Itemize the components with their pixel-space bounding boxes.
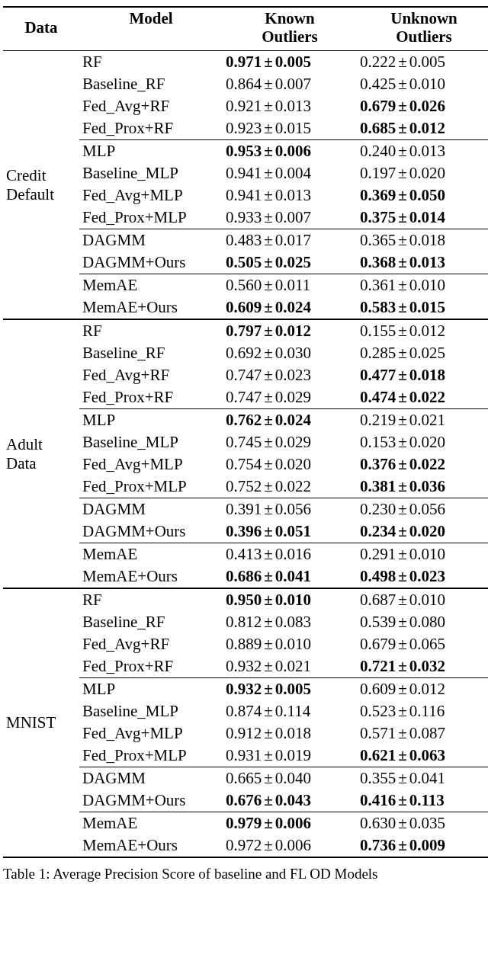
col-header-known-l1: Known	[265, 9, 314, 27]
unknown-outliers-value: 0.571±0.087	[357, 722, 488, 745]
value-cell: 0.692±0.030	[226, 344, 311, 362]
model-name: Fed_Avg+RF	[79, 95, 223, 117]
known-outliers-value: 0.912±0.018	[223, 722, 357, 745]
value-cell: 0.686±0.041	[226, 567, 311, 585]
known-outliers-value: 0.686±0.041	[223, 565, 357, 588]
value-cell: 0.932±0.005	[226, 680, 311, 698]
unknown-outliers-value: 0.285±0.025	[357, 342, 488, 364]
value-cell: 0.912±0.018	[226, 724, 311, 742]
value-cell: 0.219±0.021	[360, 411, 445, 429]
value-cell: 0.721±0.032	[360, 657, 445, 675]
known-outliers-value: 0.797±0.012	[223, 319, 357, 342]
value-cell: 0.889±0.010	[226, 635, 311, 653]
value-cell: 0.498±0.023	[360, 567, 445, 585]
unknown-outliers-value: 0.381±0.036	[357, 476, 488, 498]
known-outliers-value: 0.931±0.019	[223, 745, 357, 767]
model-name: RF	[79, 588, 223, 611]
unknown-outliers-value: 0.679±0.065	[357, 633, 488, 655]
unknown-outliers-value: 0.375±0.014	[357, 207, 488, 229]
value-cell: 0.953±0.006	[226, 142, 311, 160]
unknown-outliers-value: 0.155±0.012	[357, 319, 488, 342]
model-name: RF	[79, 51, 223, 74]
known-outliers-value: 0.972±0.006	[223, 834, 357, 857]
model-name: RF	[79, 319, 223, 342]
unknown-outliers-value: 0.609±0.012	[357, 678, 488, 701]
value-cell: 0.630±0.035	[360, 814, 445, 832]
known-outliers-value: 0.932±0.021	[223, 655, 357, 678]
unknown-outliers-value: 0.234±0.020	[357, 520, 488, 543]
unknown-outliers-value: 0.361±0.010	[357, 274, 488, 297]
value-cell: 0.747±0.029	[226, 388, 311, 406]
unknown-outliers-value: 0.477±0.018	[357, 364, 488, 386]
model-name: Fed_Prox+RF	[79, 386, 223, 409]
value-cell: 0.474±0.022	[360, 388, 445, 406]
value-cell: 0.676±0.043	[226, 791, 311, 809]
value-cell: 0.355±0.041	[360, 769, 445, 787]
unknown-outliers-value: 0.222±0.005	[357, 51, 488, 74]
unknown-outliers-value: 0.230±0.056	[357, 498, 488, 521]
unknown-outliers-value: 0.291±0.010	[357, 543, 488, 566]
known-outliers-value: 0.692±0.030	[223, 342, 357, 364]
known-outliers-value: 0.483±0.017	[223, 229, 357, 252]
value-cell: 0.240±0.013	[360, 142, 445, 160]
unknown-outliers-value: 0.539±0.080	[357, 611, 488, 633]
known-outliers-value: 0.950±0.010	[223, 588, 357, 611]
known-outliers-value: 0.953±0.006	[223, 140, 357, 163]
value-cell: 0.797±0.012	[226, 322, 311, 340]
unknown-outliers-value: 0.416±0.113	[357, 789, 488, 812]
col-header-data: Data	[3, 7, 79, 51]
model-name: Fed_Avg+RF	[79, 633, 223, 655]
model-name: Fed_Prox+MLP	[79, 476, 223, 498]
value-cell: 0.665±0.040	[226, 769, 311, 787]
value-cell: 0.571±0.087	[360, 724, 445, 742]
unknown-outliers-value: 0.240±0.013	[357, 140, 488, 163]
value-cell: 0.222±0.005	[360, 53, 445, 71]
value-cell: 0.483±0.017	[226, 231, 311, 249]
unknown-outliers-value: 0.474±0.022	[357, 386, 488, 409]
known-outliers-value: 0.391±0.056	[223, 498, 357, 521]
table-row: MNISTRF0.950±0.0100.687±0.010	[3, 588, 488, 611]
model-name: Baseline_MLP	[79, 431, 223, 453]
known-outliers-value: 0.889±0.010	[223, 633, 357, 655]
model-name: MemAE+Ours	[79, 296, 223, 319]
unknown-outliers-value: 0.679±0.026	[357, 95, 488, 117]
model-name: Fed_Prox+MLP	[79, 745, 223, 767]
value-cell: 0.679±0.026	[360, 97, 445, 115]
model-name: MLP	[79, 678, 223, 701]
unknown-outliers-value: 0.523±0.116	[357, 700, 488, 722]
unknown-outliers-value: 0.685±0.012	[357, 117, 488, 140]
known-outliers-value: 0.864±0.007	[223, 73, 357, 95]
model-name: MemAE	[79, 543, 223, 566]
known-outliers-value: 0.747±0.029	[223, 386, 357, 409]
unknown-outliers-value: 0.498±0.023	[357, 565, 488, 588]
value-cell: 0.381±0.036	[360, 477, 445, 495]
col-header-unknown-l1: Unknown	[390, 9, 458, 27]
model-name: DAGMM	[79, 498, 223, 521]
value-cell: 0.155±0.012	[360, 322, 445, 340]
known-outliers-value: 0.762±0.024	[223, 409, 357, 432]
value-cell: 0.745±0.029	[226, 433, 311, 451]
value-cell: 0.523±0.116	[360, 702, 445, 720]
unknown-outliers-value: 0.376±0.022	[357, 453, 488, 476]
value-cell: 0.933±0.007	[226, 208, 311, 226]
unknown-outliers-value: 0.355±0.041	[357, 767, 488, 790]
col-header-known: Known Outliers	[223, 7, 357, 51]
model-name: Baseline_RF	[79, 73, 223, 95]
value-cell: 0.416±0.113	[360, 791, 445, 809]
model-name: Fed_Prox+MLP	[79, 207, 223, 229]
known-outliers-value: 0.921±0.013	[223, 95, 357, 117]
value-cell: 0.285±0.025	[360, 344, 445, 362]
value-cell: 0.923±0.015	[226, 119, 311, 137]
known-outliers-value: 0.933±0.007	[223, 207, 357, 229]
known-outliers-value: 0.752±0.022	[223, 476, 357, 498]
value-cell: 0.941±0.013	[226, 186, 311, 204]
unknown-outliers-value: 0.583±0.015	[357, 296, 488, 319]
known-outliers-value: 0.874±0.114	[223, 700, 357, 722]
known-outliers-value: 0.979±0.006	[223, 812, 357, 835]
value-cell: 0.291±0.010	[360, 545, 445, 563]
model-name: Fed_Avg+MLP	[79, 453, 223, 476]
table-caption: Table 1: Average Precision Score of base…	[3, 866, 488, 882]
model-name: MLP	[79, 409, 223, 432]
unknown-outliers-value: 0.197±0.020	[357, 162, 488, 184]
value-cell: 0.477±0.018	[360, 366, 445, 384]
